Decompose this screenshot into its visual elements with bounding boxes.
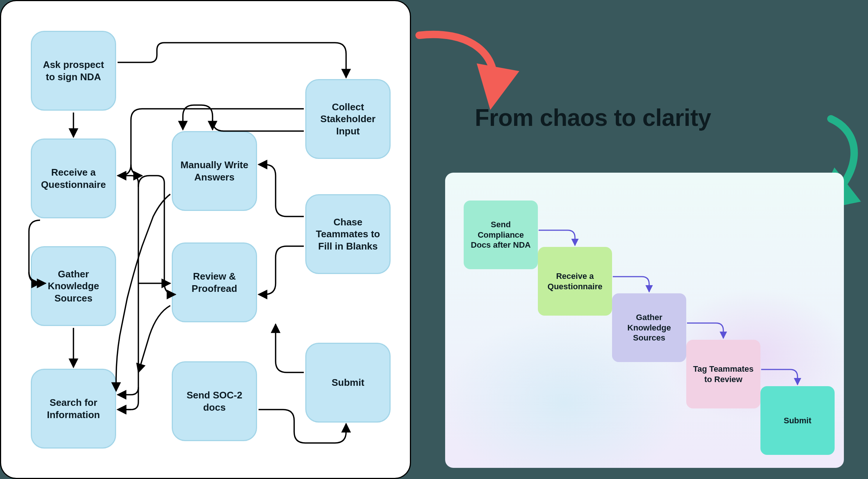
node-tag-team: Tag Teammates to Review bbox=[686, 340, 760, 408]
node-chase-team: Chase Teammates to Fill in Blanks bbox=[305, 194, 391, 274]
diagram-stage: Ask prospect to sign NDA Receive a Quest… bbox=[0, 0, 868, 479]
panel-clarity: Send Compliance Docs after NDA Receive a… bbox=[445, 173, 844, 468]
node-send-soc2: Send SOC-2 docs bbox=[172, 361, 257, 441]
node-search-info: Search for Information bbox=[31, 369, 116, 449]
chaos-arrow bbox=[419, 35, 494, 93]
node-receive-q: Receive a Questionnaire bbox=[31, 139, 116, 218]
node-manual-write: Manually Write Answers bbox=[172, 131, 257, 211]
node-submit: Submit bbox=[305, 343, 391, 423]
node-review-proof: Review & Proofread bbox=[172, 242, 257, 322]
node-send-docs: Send Compliance Docs after NDA bbox=[464, 201, 538, 269]
panel-chaos: Ask prospect to sign NDA Receive a Quest… bbox=[0, 0, 411, 479]
node-gather2: Gather Knowledge Sources bbox=[612, 293, 686, 362]
headline: From chaos to clarity bbox=[475, 104, 711, 131]
node-ask-nda: Ask prospect to sign NDA bbox=[31, 31, 116, 111]
node-receive-q2: Receive a Questionnaire bbox=[538, 247, 612, 316]
node-collect-stake: Collect Stakeholder Input bbox=[305, 79, 391, 159]
node-submit2: Submit bbox=[760, 386, 835, 455]
node-gather-sources: Gather Knowledge Sources bbox=[31, 246, 116, 326]
